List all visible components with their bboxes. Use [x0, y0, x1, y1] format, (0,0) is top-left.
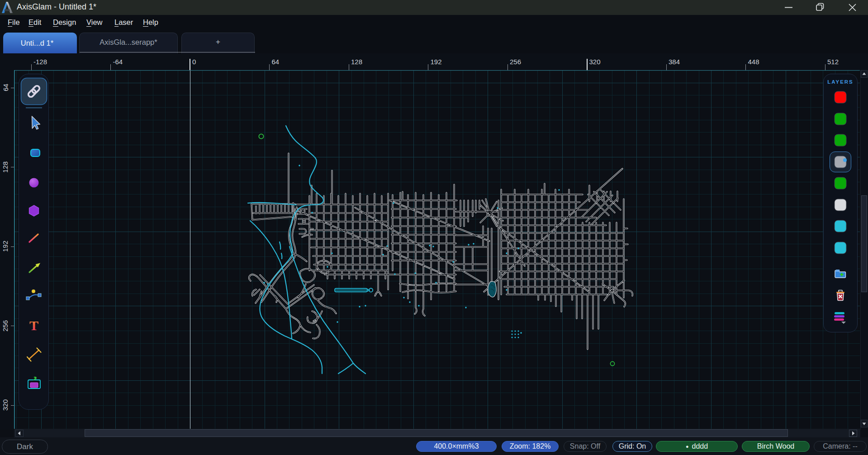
svg-text:T: T: [29, 318, 38, 333]
